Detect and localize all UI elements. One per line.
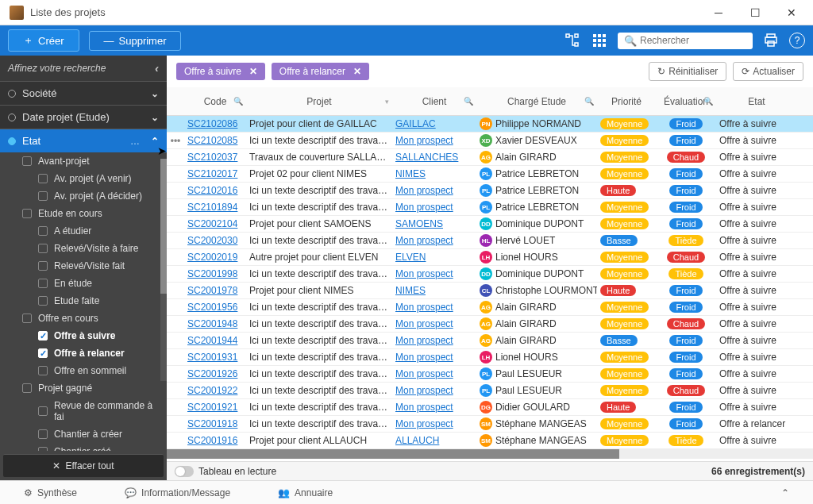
delete-button[interactable]: — Supprimer — [89, 31, 182, 51]
filter-item[interactable]: Offre à relancer — [0, 344, 167, 362]
search-input[interactable] — [640, 35, 746, 46]
client-link[interactable]: NIMES — [395, 168, 426, 179]
code-link[interactable]: SC2001918 — [187, 418, 237, 429]
filter-item[interactable]: Avant-projet — [0, 152, 167, 170]
filter-item[interactable]: Offre à suivre — [0, 327, 167, 344]
table-row[interactable]: SC2001978Projet pour client NIMESNIMESCL… — [167, 283, 813, 299]
table-row[interactable]: SC2001956Ici un texte descriptif des tra… — [167, 299, 813, 316]
table-row[interactable]: SC2001998Ici un texte descriptif des tra… — [167, 266, 813, 283]
code-link[interactable]: SC2001921 — [187, 402, 237, 413]
checkbox[interactable] — [22, 156, 32, 166]
code-link[interactable]: SC2001916 — [187, 435, 237, 446]
filter-chip[interactable]: Offre à relancer✕ — [272, 63, 369, 80]
table-row[interactable]: SC2001926Ici un texte descriptif des tra… — [167, 366, 813, 383]
print-icon[interactable] — [762, 32, 780, 49]
code-link[interactable]: SC2102085 — [187, 135, 237, 146]
client-link[interactable]: SALLANCHES — [395, 152, 458, 163]
table-row[interactable]: SC2001918Ici un texte descriptif des tra… — [167, 416, 813, 433]
filter-chip[interactable]: Offre à suivre✕ — [176, 63, 265, 80]
filter-item[interactable]: Av. projet (A venir) — [0, 170, 167, 187]
checkbox[interactable] — [22, 209, 32, 218]
client-link[interactable]: GAILLAC — [395, 118, 436, 129]
code-link[interactable]: SC2102016 — [187, 185, 237, 196]
remove-chip-icon[interactable]: ✕ — [249, 66, 257, 77]
filter-group-date[interactable]: Date projet (Etude) ⌄ — [0, 105, 167, 129]
search-icon[interactable]: 🔍 — [703, 97, 713, 106]
checkbox[interactable] — [38, 429, 48, 439]
table-row[interactable]: SC2001921Ici un texte descriptif des tra… — [167, 399, 813, 416]
refresh-button[interactable]: ⟳ Actualiser — [733, 62, 803, 81]
readonly-toggle[interactable] — [175, 466, 194, 477]
close-button[interactable]: ✕ — [773, 1, 810, 25]
filter-item[interactable]: Av. projet (A décider) — [0, 187, 167, 205]
code-link[interactable]: SC2001931 — [187, 352, 237, 363]
filter-group-etat[interactable]: Etat … ⌃ — [0, 129, 167, 152]
code-link[interactable]: SC2002104 — [187, 218, 237, 229]
client-link[interactable]: Mon prospect — [395, 385, 453, 396]
client-link[interactable]: NIMES — [395, 285, 426, 296]
sidebar-scrollbar[interactable] — [160, 159, 167, 381]
checkbox[interactable] — [38, 261, 48, 271]
table-row[interactable]: SC2101894Ici un texte descriptif des tra… — [167, 199, 813, 216]
code-link[interactable]: SC2102017 — [187, 168, 237, 179]
filter-item[interactable]: Chantier créé — [0, 443, 167, 451]
table-row[interactable]: SC2102037Travaux de couverture SALLANCHE… — [167, 149, 813, 166]
tab-information[interactable]: 💬 Information/Message — [125, 487, 230, 498]
filter-item[interactable]: Etude faite — [0, 292, 167, 310]
col-projet[interactable]: Projet▾ — [246, 96, 392, 107]
checkbox[interactable] — [38, 348, 48, 358]
code-link[interactable]: SC2101894 — [187, 202, 237, 213]
col-code[interactable]: Code🔍 — [184, 96, 246, 107]
client-link[interactable]: Mon prospect — [395, 185, 453, 196]
client-link[interactable]: ELVEN — [395, 252, 426, 263]
client-link[interactable]: Mon prospect — [395, 368, 453, 379]
collapse-sidebar-icon[interactable]: ‹ — [155, 62, 159, 75]
grid-view-icon[interactable] — [591, 32, 608, 49]
table-row[interactable]: SC2001944Ici un texte descriptif des tra… — [167, 333, 813, 349]
chevron-up-icon[interactable]: ⌃ — [781, 487, 789, 498]
code-link[interactable]: SC2002030 — [187, 235, 237, 246]
checkbox[interactable] — [38, 226, 48, 236]
code-link[interactable]: SC2002019 — [187, 252, 237, 263]
filter-item[interactable]: Chantier à créer — [0, 425, 167, 443]
sidebar-header[interactable]: Affinez votre recherche ‹ — [0, 56, 167, 81]
checkbox[interactable] — [22, 383, 32, 393]
tab-synthese[interactable]: ⚙ Synthèse — [24, 487, 77, 498]
checkbox[interactable] — [38, 447, 48, 451]
table-row[interactable]: SC2102017Projet 02 pour client NIMESNIME… — [167, 166, 813, 183]
client-link[interactable]: Mon prospect — [395, 402, 453, 413]
filter-group-societe[interactable]: Société ⌄ — [0, 81, 167, 105]
client-link[interactable]: Mon prospect — [395, 302, 453, 313]
checkbox[interactable] — [22, 314, 32, 323]
checkbox[interactable] — [38, 296, 48, 306]
client-link[interactable]: ALLAUCH — [395, 435, 439, 446]
filter-item[interactable]: Projet gagné — [0, 379, 167, 397]
checkbox[interactable] — [38, 244, 48, 253]
remove-chip-icon[interactable]: ✕ — [353, 66, 361, 77]
search-icon[interactable]: 🔍 — [584, 97, 594, 106]
client-link[interactable]: Mon prospect — [395, 418, 453, 429]
help-icon[interactable]: ? — [789, 33, 805, 48]
filter-item[interactable]: Relevé/Visite à faire — [0, 240, 167, 257]
search-icon[interactable]: 🔍 — [464, 97, 473, 106]
client-link[interactable]: Mon prospect — [395, 268, 453, 279]
clear-filters-button[interactable]: ✕ Effacer tout — [3, 454, 164, 477]
client-link[interactable]: Mon prospect — [395, 202, 453, 213]
table-row[interactable]: SC2001948Ici un texte descriptif des tra… — [167, 316, 813, 333]
minimize-button[interactable]: ─ — [700, 1, 737, 25]
search-icon[interactable]: 🔍 — [233, 97, 243, 106]
filter-item[interactable]: Revue de commande à fai — [0, 397, 167, 425]
col-etat[interactable]: Etat — [716, 96, 797, 107]
client-link[interactable]: SAMOENS — [395, 218, 443, 229]
checkbox[interactable] — [38, 366, 48, 375]
filter-item[interactable]: A étudier — [0, 222, 167, 240]
col-charge[interactable]: Chargé Etude🔍 — [476, 96, 597, 107]
code-link[interactable]: SC2102086 — [187, 118, 237, 129]
filter-icon[interactable]: ▾ — [385, 98, 389, 106]
col-client[interactable]: Client🔍 — [392, 96, 476, 107]
checkbox[interactable] — [38, 406, 48, 416]
code-link[interactable]: SC2001998 — [187, 268, 237, 279]
code-link[interactable]: SC2001978 — [187, 285, 237, 296]
filter-item[interactable]: Offre en cours — [0, 310, 167, 327]
tab-annuaire[interactable]: 👥 Annuaire — [278, 487, 333, 498]
